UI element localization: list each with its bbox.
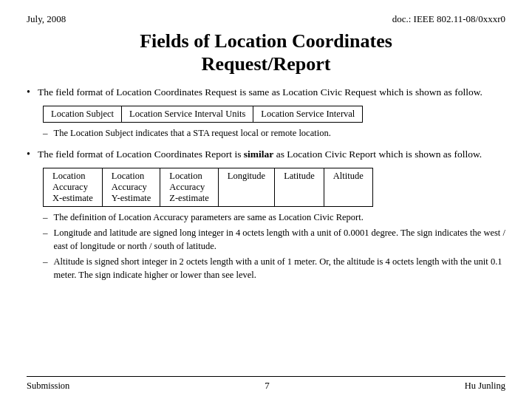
header-date: July, 2008 [27,13,66,25]
bullet-1: • [27,86,30,98]
footer-left: Submission [27,381,69,392]
section-1: • The field format of Location Coordinat… [27,86,505,140]
dash-row-2b: – Longitude and latitude are signed long… [43,227,505,253]
table1-col2: Location Service Interval Units [122,106,253,123]
table1-container: Location Subject Location Service Interv… [43,106,505,123]
table2-cell-r1c2: LocationAccuracyY-estimate [102,168,160,206]
table1-col3: Location Service Interval [253,106,363,123]
dash-text-2a: The definition of Location Accuracy para… [54,211,364,225]
dash-text-2c: Altitude is signed short integer in 2 oc… [54,256,506,282]
dash-row-1: – The Location Subject indicates that a … [43,127,505,140]
table2-cell-r1c3: LocationAccuracyZ-estimate [160,168,218,206]
table2-row1: LocationAccuracyX-estimate LocationAccur… [44,168,373,206]
dash-2c: – [43,256,48,267]
table2-cell-r1c4: Longitude [218,168,274,206]
dash-row-2c: – Altitude is signed short integer in 2 … [43,256,505,282]
dash-2b: – [43,227,48,239]
table2-cell-r1c5: Latitude [275,168,324,206]
dash-text-1: The Location Subject indicates that a ST… [54,127,331,140]
table2-cell-r1c6: Altitude [324,168,372,206]
table1-col1: Location Subject [44,106,122,123]
table2: LocationAccuracyX-estimate LocationAccur… [43,168,373,207]
footer: Submission 7 Hu Junling [27,376,505,392]
bullet-2: • [27,149,30,160]
table1: Location Subject Location Service Interv… [43,106,363,123]
footer-page-number: 7 [265,380,270,392]
dash-2a: – [43,211,48,223]
section-2: • The field format of Location Coordinat… [27,148,505,282]
bullet-row-2: • The field format of Location Coordinat… [27,148,505,162]
table2-cell-r1c1: LocationAccuracyX-estimate [44,168,103,206]
bullet-text-1: The field format of Location Coordinates… [38,86,482,100]
footer-right: Hu Junling [465,381,505,392]
header: July, 2008 doc.: IEEE 802.11-08/0xxxr0 [27,13,505,25]
dash-row-2a: – The definition of Location Accuracy pa… [43,211,505,225]
header-doc: doc.: IEEE 802.11-08/0xxxr0 [392,13,505,25]
bullet-text-2: The field format of Location Coordinates… [38,148,482,162]
page: July, 2008 doc.: IEEE 802.11-08/0xxxr0 F… [0,0,532,399]
table1-row: Location Subject Location Service Interv… [44,106,363,123]
dash-text-2b: Longitude and latitude are signed long i… [54,227,506,253]
dash-1: – [43,127,48,139]
bullet-row-1: • The field format of Location Coordinat… [27,86,505,100]
main-title: Fields of Location Coordinates Request/R… [27,30,505,75]
